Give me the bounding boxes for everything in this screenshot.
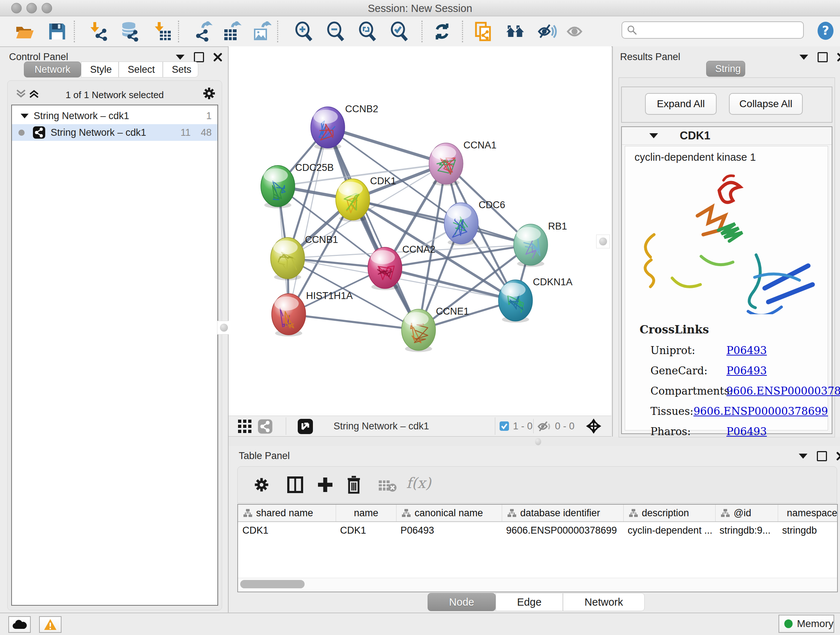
table-cell[interactable]: stringdb:9... — [720, 521, 776, 539]
table-cell[interactable]: cyclin-dependent ... — [628, 521, 714, 539]
import-network-from-database-button[interactable] — [119, 21, 140, 42]
show-all-networks-button[interactable] — [505, 21, 525, 42]
table-cell[interactable]: CDK1 — [340, 521, 395, 539]
hide-selected-button[interactable] — [537, 21, 557, 42]
save-session-button[interactable] — [47, 21, 67, 42]
table-cell[interactable]: P06493 — [401, 521, 500, 539]
tab-edge-table[interactable]: Edge Table — [496, 593, 563, 611]
export-image-button[interactable] — [251, 21, 271, 42]
detach-view-icon[interactable] — [297, 418, 313, 434]
scrollbar-thumb[interactable] — [240, 580, 305, 588]
tab-network[interactable]: Network — [24, 62, 81, 78]
gear-icon[interactable] — [202, 87, 216, 100]
selected-checkbox-icon[interactable] — [499, 421, 509, 431]
warning-status-button[interactable] — [39, 616, 62, 633]
network-node[interactable]: HIST1H1A — [272, 290, 353, 336]
import-network-button[interactable] — [88, 21, 109, 42]
network-node[interactable]: CCNB2 — [311, 103, 378, 149]
network-row-selected[interactable]: String Network – cdk1 11 48 — [12, 124, 218, 141]
panel-float-icon[interactable] — [194, 52, 204, 62]
network-mode-icon[interactable] — [257, 419, 273, 434]
network-collection-row[interactable]: String Network – cdk1 1 — [12, 108, 218, 124]
tab-style[interactable]: Style — [81, 62, 118, 78]
zoom-fit-button[interactable] — [357, 21, 378, 42]
network-node[interactable]: CCNE1 — [401, 306, 469, 352]
open-session-button[interactable] — [14, 21, 35, 42]
expand-all-button[interactable]: Expand All — [645, 93, 717, 115]
panel-float-icon[interactable] — [818, 52, 828, 62]
copy-network-button[interactable] — [473, 21, 493, 42]
table-cell[interactable]: 9606.ENSP00000378699 — [506, 521, 622, 539]
crosslink-value[interactable]: P06493 — [726, 364, 767, 377]
network-node[interactable]: CDKN1A — [499, 277, 573, 323]
collapse-all-button[interactable]: Collapse All — [729, 93, 803, 115]
grid-mode-icon[interactable] — [237, 419, 253, 434]
help-button[interactable]: ? — [816, 21, 835, 42]
search-input[interactable] — [638, 24, 798, 36]
panel-close-icon[interactable] — [836, 452, 840, 461]
column-header[interactable]: database identifier — [502, 505, 623, 521]
zoom-out-button[interactable] — [325, 21, 346, 42]
panel-menu-icon[interactable] — [799, 55, 808, 60]
tab-network-table[interactable]: Network Table — [563, 593, 645, 611]
zoom-in-button[interactable] — [294, 21, 314, 42]
tree-expander-icon[interactable] — [21, 114, 28, 119]
save-icon — [48, 22, 66, 41]
zoom-out-icon — [325, 21, 346, 42]
network-edge[interactable] — [289, 127, 328, 314]
entry-header[interactable]: CDK1 — [622, 127, 832, 145]
table-cell[interactable]: stringdb — [782, 521, 836, 539]
network-node[interactable]: RB1 — [514, 221, 567, 267]
panel-menu-icon[interactable] — [799, 454, 807, 459]
network-node[interactable]: CDC6 — [444, 200, 505, 245]
network-edge[interactable] — [289, 314, 418, 330]
column-header[interactable]: shared name — [238, 505, 336, 521]
column-header[interactable]: name — [336, 505, 396, 521]
crosslink-value[interactable]: P06493 — [726, 344, 767, 356]
tab-node-table[interactable]: Node Table — [428, 593, 496, 611]
horizontal-splitter-handle[interactable] — [535, 438, 541, 445]
toolbar-divider — [495, 417, 495, 435]
column-header[interactable]: @id — [715, 505, 778, 521]
add-column-icon[interactable] — [317, 476, 334, 494]
results-panel: Results Panel String Expand All Collapse… — [612, 46, 840, 437]
column-header[interactable]: description — [623, 505, 715, 521]
right-splitter-handle[interactable] — [596, 234, 610, 249]
show-hidden-button[interactable] — [565, 21, 585, 42]
table-row[interactable]: CDK1CDK1P064939606.ENSP00000378699cyclin… — [238, 521, 837, 539]
result-entry-cdk1: CDK1 cyclin-dependent kinase 1 — [621, 126, 832, 434]
delete-column-icon[interactable] — [346, 475, 362, 494]
apply-layout-button[interactable] — [432, 21, 452, 42]
column-header[interactable]: namespace — [778, 505, 837, 521]
zoom-selected-button[interactable] — [389, 21, 409, 42]
network-canvas[interactable]: CCNB2CCNA1CDC25BCDK1CDC6RB1CCNB1CCNA2CDK… — [229, 46, 611, 416]
tab-sets[interactable]: Sets — [163, 62, 198, 78]
network-graph: CCNB2CCNA1CDC25BCDK1CDC6RB1CCNB1CCNA2CDK… — [229, 46, 611, 416]
tab-select[interactable]: Select — [118, 62, 163, 78]
export-network-button[interactable] — [193, 21, 213, 42]
table-horizontal-scrollbar[interactable] — [238, 578, 837, 591]
table-gear-icon[interactable] — [254, 477, 270, 493]
panel-float-icon[interactable] — [817, 451, 827, 461]
network-tab-content: 1 of 1 Network selected String Network –… — [7, 80, 222, 610]
crosslink-value[interactable]: P06493 — [726, 425, 767, 438]
cloud-status-button[interactable] — [8, 616, 31, 633]
table-cell[interactable]: CDK1 — [242, 521, 334, 539]
import-table-button[interactable] — [152, 21, 172, 42]
hidden-eye-icon[interactable] — [537, 420, 553, 432]
tab-string[interactable]: String — [706, 61, 745, 77]
entry-expander-icon[interactable] — [649, 133, 658, 138]
zoom-in-icon — [294, 21, 314, 42]
panel-menu-icon[interactable] — [176, 55, 185, 60]
export-image-icon — [251, 21, 271, 42]
column-header[interactable]: canonical name — [396, 505, 502, 521]
crosslink-value[interactable]: 9606.ENSP00000378699 — [693, 405, 828, 417]
memory-button[interactable]: Memory — [778, 615, 834, 633]
export-table-button[interactable] — [221, 21, 242, 42]
crosslink-value[interactable]: 9606.ENSP00000378699 — [726, 385, 840, 397]
fit-selection-crosshair-icon[interactable] — [585, 418, 602, 434]
select-columns-icon[interactable] — [287, 476, 303, 494]
panel-close-icon[interactable] — [213, 53, 222, 62]
panel-close-icon[interactable] — [837, 53, 840, 62]
network-edge[interactable] — [328, 127, 446, 164]
